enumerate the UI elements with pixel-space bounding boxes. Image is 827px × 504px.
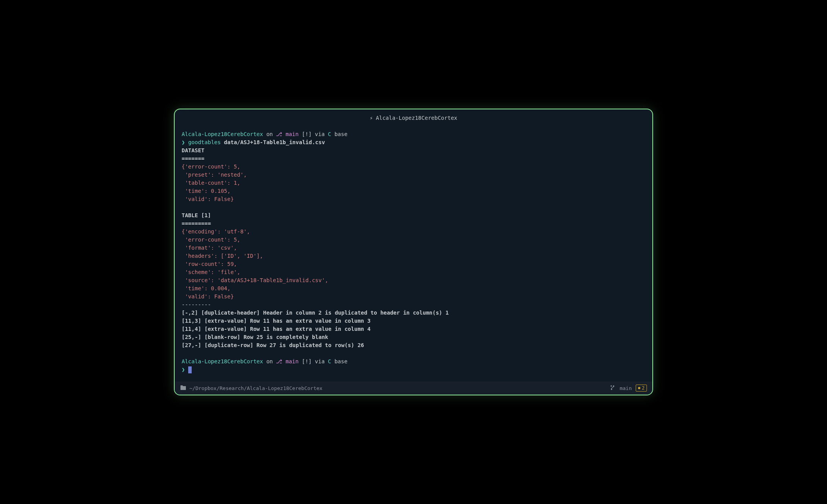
- table-equals: =========: [182, 220, 211, 226]
- prompt-on: on: [266, 131, 273, 137]
- branch-name: main: [286, 131, 299, 137]
- error-line: [11,3] [extra-value] Row 11 has an extra…: [182, 318, 371, 324]
- dataset-dict-line: 'valid': False}: [182, 196, 234, 202]
- conda-symbol: C: [328, 358, 331, 364]
- prompt-dir: Alcala-Lopez18CerebCortex: [182, 358, 263, 364]
- branch-icon: ⎇: [276, 131, 282, 137]
- titlebar[interactable]: ⚡ Alcala-Lopez18CerebCortex: [175, 109, 652, 126]
- via-text: via: [315, 131, 325, 137]
- modified-flag: [!]: [302, 358, 311, 364]
- statusbar: ~/Dropbox/Research/Alcala-Lopez18CerebCo…: [175, 381, 652, 395]
- modified-flag: [!]: [302, 131, 311, 137]
- statusbar-right: main 2: [610, 385, 647, 392]
- table-dict-line: 'valid': False}: [182, 293, 234, 300]
- prompt-arrow: ❯: [182, 139, 185, 145]
- statusbar-left: ~/Dropbox/Research/Alcala-Lopez18CerebCo…: [180, 385, 322, 392]
- command-arg: data/ASJ+18-Table1b_invalid.csv: [224, 139, 325, 145]
- statusbar-path: ~/Dropbox/Research/Alcala-Lopez18CerebCo…: [189, 385, 322, 391]
- table-dict-line: 'headers': ['ID', 'ID'],: [182, 253, 263, 259]
- via-text: via: [315, 358, 325, 364]
- folder-icon: [180, 385, 186, 392]
- table-dict-line: {'encoding': 'utf-8',: [182, 228, 250, 235]
- dataset-dict-line: 'time': 0.105,: [182, 188, 230, 194]
- error-line: [11,4] [extra-value] Row 11 has an extra…: [182, 326, 371, 332]
- git-branch-icon: [610, 385, 616, 392]
- dataset-dict-line: 'table-count': 1,: [182, 180, 240, 186]
- sync-count: 2: [642, 385, 645, 391]
- command-name: goodtables: [188, 139, 221, 145]
- dataset-header: DATASET: [182, 147, 204, 153]
- conda-symbol: C: [328, 131, 331, 137]
- cursor[interactable]: [188, 366, 192, 373]
- sync-dot-icon: [638, 387, 640, 389]
- prompt-on: on: [266, 358, 273, 364]
- table-dict-line: 'source': 'data/ASJ+18-Table1b_invalid.c…: [182, 277, 328, 283]
- branch-name: main: [286, 358, 299, 364]
- lightning-icon: ⚡: [370, 115, 373, 121]
- output-dashes: ---------: [182, 301, 211, 308]
- error-line: [27,-] [duplicate-row] Row 27 is duplica…: [182, 342, 364, 348]
- terminal-content[interactable]: Alcala-Lopez18CerebCortex on ⎇ main [!] …: [175, 126, 652, 381]
- table-dict-line: 'scheme': 'file',: [182, 269, 240, 275]
- conda-env: base: [334, 358, 347, 364]
- table-dict-line: 'row-count': 59,: [182, 261, 237, 267]
- branch-icon: ⎇: [276, 358, 282, 364]
- dataset-dict-line: 'preset': 'nested',: [182, 172, 247, 178]
- window-title: Alcala-Lopez18CerebCortex: [376, 115, 458, 121]
- dataset-dict-line: {'error-count': 5,: [182, 163, 240, 170]
- error-line: [-,2] [duplicate-header] Header in colum…: [182, 310, 449, 316]
- table-dict-line: 'time': 0.004,: [182, 285, 230, 291]
- prompt-dir: Alcala-Lopez18CerebCortex: [182, 131, 263, 137]
- table-dict-line: 'error-count': 5,: [182, 237, 240, 243]
- sync-indicator[interactable]: 2: [636, 385, 647, 392]
- statusbar-branch: main: [619, 385, 631, 391]
- table-header: TABLE [1]: [182, 212, 211, 218]
- dataset-equals: =======: [182, 155, 204, 162]
- prompt-arrow: ❯: [182, 366, 185, 373]
- error-line: [25,-] [blank-row] Row 25 is completely …: [182, 334, 328, 340]
- terminal-window: ⚡ Alcala-Lopez18CerebCortex Alcala-Lopez…: [174, 109, 653, 395]
- conda-env: base: [334, 131, 347, 137]
- table-dict-line: 'format': 'csv',: [182, 245, 237, 251]
